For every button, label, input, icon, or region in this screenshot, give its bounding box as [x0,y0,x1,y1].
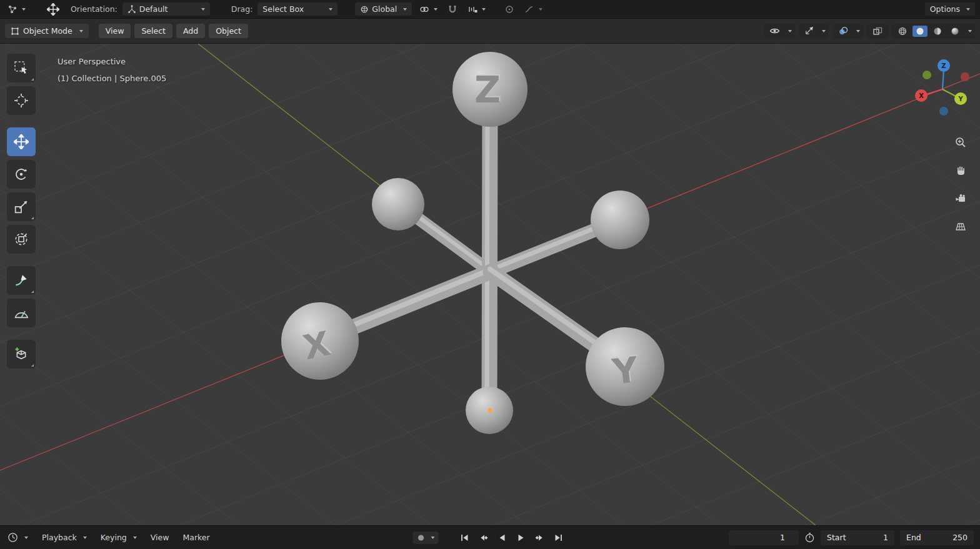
menu-view[interactable]: View [99,24,131,38]
pivot-dropdown[interactable]: Global [355,2,412,16]
drag-label: Drag: [231,4,253,14]
mode-dropdown[interactable]: Object Mode [5,24,89,38]
chevron-down-icon [482,8,486,11]
snap-toggle-button[interactable] [445,2,460,16]
gizmo-neg-x-ball[interactable] [961,72,969,81]
show-gizmo-button[interactable] [802,26,816,36]
viewport-header: Object Mode View Select Add Object [0,19,980,44]
chevron-down-icon[interactable] [856,30,860,32]
cursor-3d-icon [14,93,29,108]
start-frame-field[interactable]: Start 1 [821,530,894,545]
chevron-down-icon [133,537,137,539]
menu-add[interactable]: Add [176,24,205,38]
gizmo-icon [804,26,814,36]
tool-scale[interactable] [7,192,36,221]
snap-target-button[interactable] [417,2,440,16]
pivot-value: Global [372,4,397,14]
shading-material-button[interactable] [930,26,945,37]
next-keyframe-button[interactable] [531,530,549,545]
viewport-3d[interactable]: Z Z X X Y Y User Perspective (1) Collect… [0,44,980,525]
prev-keyframe-button[interactable] [475,530,492,545]
chevron-down-icon [434,8,438,11]
topbar: Orientation: Default Drag: Select Box Gl… [0,0,980,19]
gizmo-neg-y-ball[interactable] [922,71,931,79]
overlays-button[interactable] [836,26,851,37]
active-tool-move-icon[interactable] [47,3,59,16]
shading-solid-button[interactable] [912,26,928,37]
select-box-icon [14,61,29,76]
record-dot-icon [417,533,426,542]
editor-type-button[interactable] [5,2,28,16]
submenu-indicator [31,290,34,293]
orientation-label: Orientation: [71,4,118,14]
timeline-view-menu[interactable]: View [146,531,174,544]
tool-transform[interactable] [7,225,36,254]
tool-annotate[interactable] [7,266,36,295]
pan-button[interactable] [951,161,970,180]
proportional-edit-button[interactable] [502,2,517,16]
autokey-record-button[interactable] [417,533,426,542]
frame-range-controls: 1 Start 1 End 250 [729,530,974,545]
play-reverse-icon [498,533,508,543]
shading-rendered-button[interactable] [948,26,962,37]
end-frame-field[interactable]: End 250 [900,530,974,545]
chevron-down-icon[interactable] [788,30,792,32]
gizmo-x-label: X [919,92,924,99]
orientation-dropdown[interactable]: Default [122,2,210,16]
timeline-marker-menu[interactable]: Marker [178,531,214,544]
play-reverse-button[interactable] [494,530,511,545]
visibility-button[interactable] [767,26,782,36]
tool-measure[interactable] [7,299,36,327]
next-keyframe-icon [535,533,545,543]
ortho-grid-icon [954,220,967,233]
playback-menu[interactable]: Playback [38,531,91,544]
zoom-button[interactable] [951,133,970,152]
camera-view-button[interactable] [951,189,970,208]
submenu-indicator [31,364,34,367]
menu-object[interactable]: Object [209,24,248,38]
scale-icon [14,199,29,214]
camera-icon [954,192,967,205]
chevron-down-icon[interactable] [968,30,972,32]
gizmo-neg-z-ball[interactable] [939,107,948,116]
keying-menu[interactable]: Keying [96,531,141,544]
gizmo-y-label: Y [958,96,963,102]
jump-to-end-button[interactable] [550,530,568,545]
falloff-dropdown[interactable] [522,2,545,16]
tool-rotate[interactable] [7,160,36,189]
tool-select-box[interactable] [7,54,36,82]
shading-wireframe-button[interactable] [895,26,910,37]
end-label: End [906,533,921,542]
jump-to-start-button[interactable] [456,530,474,545]
drag-dropdown[interactable]: Select Box [258,2,338,16]
timeline-editor-type-button[interactable] [6,530,32,545]
tool-add-primitive[interactable] [7,340,36,368]
chevron-down-icon[interactable] [822,30,826,32]
tool-cursor[interactable] [7,86,36,115]
xray-toggle-button[interactable] [870,26,885,37]
start-label: Start [827,533,846,542]
toolbar [7,54,36,368]
chevron-down-icon [22,8,26,11]
falloff-curve-icon [524,4,534,14]
navigation-gizmo[interactable]: Z X Y [911,57,971,117]
orientation-icon [128,5,136,14]
overlays-icon [838,26,848,36]
chevron-down-icon [24,537,28,539]
eye-icon [769,26,780,36]
model-axes-object[interactable]: Z Z X X Y Y [281,52,664,434]
editor-type-icon [8,4,18,14]
shading-mode-group [892,24,975,39]
tool-move[interactable] [7,127,36,156]
current-frame-field[interactable]: 1 [729,530,799,545]
menu-select[interactable]: Select [134,24,172,38]
play-button[interactable] [512,530,530,545]
chevron-down-icon [966,8,970,11]
stopwatch-icon[interactable] [804,532,815,543]
options-button[interactable]: Options [925,2,975,16]
chevron-down-icon[interactable] [431,537,435,539]
snap-mode-button[interactable] [465,2,488,16]
chevron-down-icon [201,8,205,11]
perspective-toggle-button[interactable] [951,217,970,236]
viewport-nav-buttons [951,133,970,236]
